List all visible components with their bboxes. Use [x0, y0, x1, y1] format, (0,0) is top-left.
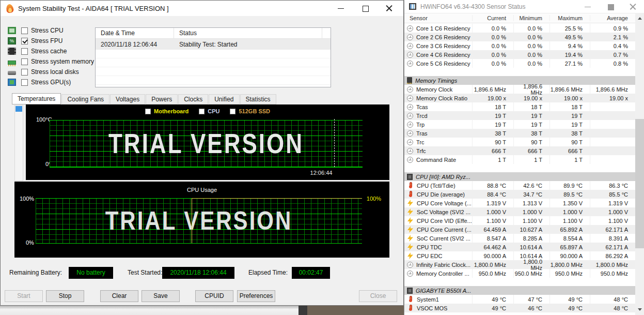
ram-icon — [407, 77, 412, 84]
sensor-group-gap — [404, 68, 635, 76]
sensor-value: 1.000 V — [472, 207, 513, 216]
sensor-row[interactable]: Memory Clock1,896.6 MHz1,896.6 MHz1,896.… — [404, 85, 635, 94]
log-row[interactable]: 2020/11/18 12:06:44Stability Test: Start… — [96, 39, 331, 50]
sensor-row[interactable]: System149 °C47 °C49 °C48 °C — [404, 295, 635, 304]
chart-list-scrollbar[interactable] — [14, 105, 23, 181]
tab-temperatures[interactable]: Temperatures — [12, 93, 61, 104]
sensor-group-gap — [404, 164, 635, 172]
stress-cpu-checkbox[interactable] — [21, 27, 28, 34]
sensor-value: 1,800.0 MHz — [472, 260, 513, 269]
stress-fpu-checkbox[interactable] — [21, 38, 28, 44]
col-current: Current — [472, 15, 513, 21]
legend-checkbox[interactable] — [145, 109, 151, 114]
scrollbar-thumb[interactable] — [635, 119, 644, 248]
legend-checkbox[interactable] — [199, 109, 205, 114]
stress-gpu-s-checkbox[interactable] — [21, 79, 28, 86]
power-icon — [407, 252, 414, 259]
stress-system-memory-checkbox[interactable] — [21, 58, 28, 65]
tab-voltages[interactable]: Voltages — [110, 94, 145, 104]
sensor-row[interactable]: CPU Core VID (Effe...1.100 V1.100 V1.100… — [404, 216, 635, 225]
stress-local-disks-label: Stress local disks — [31, 68, 79, 76]
sensor-row[interactable]: Tras38 T38 T38 T — [404, 129, 635, 138]
sensor-name: Memory Controller ... — [404, 271, 472, 277]
sensor-row[interactable]: Trc90 T90 T90 T — [404, 138, 635, 146]
sensor-value: 0.0 % — [513, 41, 549, 50]
maximize-icon[interactable] — [362, 5, 369, 12]
scroll-down-icon[interactable] — [635, 305, 644, 314]
temperature-icon — [407, 305, 414, 311]
close-icon[interactable] — [630, 3, 637, 10]
sensor-row[interactable]: Core 4 C6 Residency0.0 %0.0 %19.4 %0.7 % — [404, 50, 635, 59]
save-button[interactable]: Save — [142, 290, 180, 302]
sensor-value: 48 °C — [590, 295, 635, 304]
scroll-up-icon[interactable] — [635, 14, 644, 23]
sensor-row[interactable]: Memory Controller ...950.0 MHz950.0 MHz9… — [404, 269, 635, 278]
hwinfo-window-title: HWiNFO64 v6.34-4300 Sensor Status — [420, 3, 525, 10]
sensor-row[interactable]: Core 2 C6 Residency0.0 %0.0 %49.5 %2.1 % — [404, 33, 635, 41]
sensor-label: Memory Clock — [416, 86, 452, 93]
stop-button[interactable]: Stop — [46, 290, 84, 302]
sensor-value — [590, 102, 635, 111]
aida64-titlebar[interactable]: System Stability Test - AIDA64 [ TRIAL V… — [1, 1, 403, 16]
sensor-row[interactable]: CPU Core Current (...64.459 A10.627 A65.… — [404, 225, 635, 234]
tab-clocks[interactable]: Clocks — [178, 94, 208, 104]
tab-powers[interactable]: Powers — [146, 94, 178, 104]
minimize-icon[interactable] — [337, 5, 344, 12]
tab-statistics[interactable]: Statistics — [240, 94, 276, 104]
tab-unified[interactable]: Unified — [209, 94, 239, 104]
aida64-window-controls — [337, 5, 393, 12]
hwinfo-scrollbar[interactable] — [635, 13, 644, 315]
sensor-value: 666 T — [549, 146, 590, 155]
legend-checkbox[interactable] — [230, 109, 235, 114]
sensor-row[interactable]: VSOC MOS49 °C46 °C49 °C48 °C — [404, 304, 635, 312]
sensor-row[interactable]: SoC Voltage (SVI2 ...1.000 V1.000 V1.000… — [404, 207, 635, 216]
sensor-row[interactable]: Memory Clock Ratio19.00 x19.00 x19.00 x1… — [404, 94, 635, 102]
sensor-row[interactable]: CPU TDC64.462 A10.614 A65.897 A62.171 A — [404, 243, 635, 251]
hwinfo-titlebar[interactable]: HWiNFO64 v6.34-4300 Sensor Status — [404, 0, 644, 13]
sensor-row[interactable]: Core 1 C6 Residency0.0 %0.0 %25.5 %0.9 % — [404, 24, 635, 33]
stress-option-row: Stress FPU — [8, 36, 94, 46]
sensor-value: 38 T — [549, 129, 590, 138]
sensor-row[interactable]: Infinity Fabric Clock...1,800.0 MHz1,800… — [404, 260, 635, 269]
col-minimum: Minimum — [513, 15, 549, 21]
sensor-value: 49 °C — [549, 295, 590, 304]
tab-cooling-fans[interactable]: Cooling Fans — [61, 94, 109, 104]
cpu-icon — [8, 27, 16, 34]
sensor-row[interactable]: Core 5 C6 Residency0.0 %0.0 %27.1 %0.8 % — [404, 59, 635, 68]
close-icon[interactable] — [386, 5, 393, 12]
sensor-row[interactable]: CPU Core Voltage (...1.319 V1.313 V1.350… — [404, 199, 635, 207]
stress-local-disks-checkbox[interactable] — [21, 69, 28, 76]
legend-item-512gb-ssd: 512GB SSD — [230, 108, 270, 114]
sensor-value: 666 T — [472, 146, 513, 155]
sensor-row[interactable]: Trfc666 T666 T666 T — [404, 146, 635, 155]
sensor-value: 1,896.6 MHz — [549, 85, 590, 94]
sensor-row[interactable]: Trcd19 T19 T19 T — [404, 111, 635, 120]
sensor-name: CPU TDC — [404, 244, 472, 250]
sensor-value: 86.292 A — [590, 251, 635, 260]
sensor-row[interactable]: Command Rate1 T1 T1 T — [404, 155, 635, 164]
cpuid-button[interactable]: CPUID — [195, 290, 233, 302]
minimize-icon[interactable] — [584, 3, 591, 10]
power-icon — [407, 208, 414, 215]
sensor-value: 666 T — [513, 146, 549, 155]
sensor-value: 49 °C — [472, 304, 513, 312]
sensor-row[interactable]: Trp19 T19 T19 T — [404, 120, 635, 129]
sensor-row[interactable]: CPU (Tctl/Tdie)88.8 °C42.6 °C89.9 °C86.3… — [404, 181, 635, 190]
preferences-button[interactable]: Preferences — [237, 290, 275, 302]
sensor-value: 1,896.6 MHz — [590, 85, 635, 94]
stress-cache-checkbox[interactable] — [21, 48, 28, 55]
sensor-value: 8.391 A — [590, 234, 635, 243]
sensor-row[interactable]: Tcas18 T18 T18 T — [404, 102, 635, 111]
clock-icon — [407, 130, 413, 137]
clear-button[interactable]: Clear — [100, 290, 138, 302]
sensor-name: SoC Current (SVI2 ... — [404, 235, 472, 242]
log-datetime: 2020/11/18 12:06:44 — [96, 39, 174, 50]
scrollbar-thumb[interactable] — [15, 106, 22, 112]
sensor-row[interactable]: Core 3 C6 Residency0.0 %0.0 %9.4 %0.4 % — [404, 41, 635, 50]
sensor-value: 8.554 A — [549, 234, 590, 243]
sensor-row[interactable]: SoC Current (SVI2 ...8.547 A8.285 A8.554… — [404, 234, 635, 243]
maximize-icon[interactable] — [607, 3, 614, 10]
sensor-row[interactable]: CPU Die (average)88.4 °C34.7 °C89.5 °C85… — [404, 190, 635, 199]
sensor-label: Infinity Fabric Clock... — [416, 262, 470, 268]
clock-icon — [407, 122, 413, 128]
